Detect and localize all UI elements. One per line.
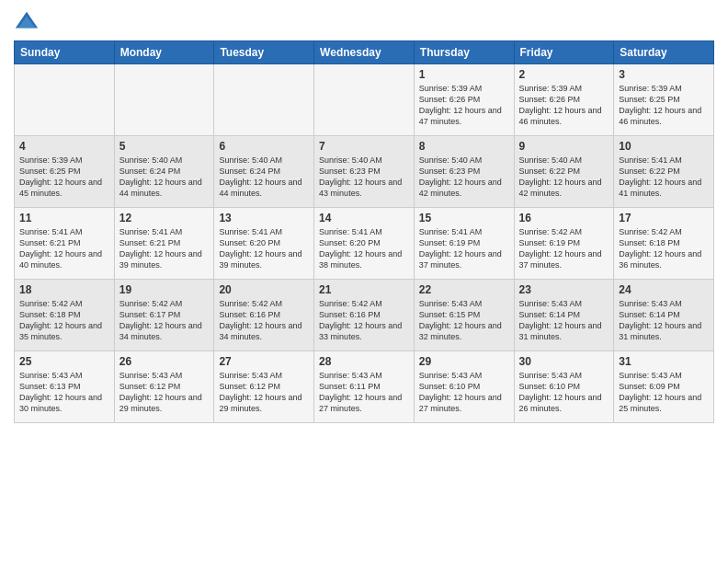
day-content: Sunrise: 5:42 AM Sunset: 6:16 PM Dayligh… bbox=[319, 298, 409, 343]
day-number: 7 bbox=[319, 140, 409, 153]
header-row: SundayMondayTuesdayWednesdayThursdayFrid… bbox=[15, 41, 714, 64]
calendar-body: 1Sunrise: 5:39 AM Sunset: 6:26 PM Daylig… bbox=[15, 64, 714, 423]
day-number: 25 bbox=[19, 355, 109, 368]
day-number: 28 bbox=[319, 355, 409, 368]
day-cell: 13Sunrise: 5:41 AM Sunset: 6:20 PM Dayli… bbox=[214, 208, 314, 280]
day-content: Sunrise: 5:39 AM Sunset: 6:25 PM Dayligh… bbox=[19, 155, 109, 200]
day-cell: 10Sunrise: 5:41 AM Sunset: 6:22 PM Dayli… bbox=[614, 136, 714, 208]
week-row-3: 11Sunrise: 5:41 AM Sunset: 6:21 PM Dayli… bbox=[15, 208, 714, 280]
day-content: Sunrise: 5:43 AM Sunset: 6:10 PM Dayligh… bbox=[419, 370, 509, 415]
day-number: 22 bbox=[419, 283, 509, 296]
week-row-4: 18Sunrise: 5:42 AM Sunset: 6:18 PM Dayli… bbox=[15, 280, 714, 351]
day-cell: 29Sunrise: 5:43 AM Sunset: 6:10 PM Dayli… bbox=[414, 351, 514, 423]
day-content: Sunrise: 5:43 AM Sunset: 6:09 PM Dayligh… bbox=[619, 370, 709, 415]
day-cell: 15Sunrise: 5:41 AM Sunset: 6:19 PM Dayli… bbox=[414, 208, 514, 280]
day-cell: 26Sunrise: 5:43 AM Sunset: 6:12 PM Dayli… bbox=[114, 351, 214, 423]
day-number: 11 bbox=[19, 212, 109, 224]
day-number: 1 bbox=[419, 68, 509, 81]
day-content: Sunrise: 5:41 AM Sunset: 6:22 PM Dayligh… bbox=[619, 155, 709, 200]
header-cell-thursday: Thursday bbox=[414, 41, 514, 64]
day-cell: 19Sunrise: 5:42 AM Sunset: 6:17 PM Dayli… bbox=[114, 280, 214, 351]
header-cell-friday: Friday bbox=[514, 41, 614, 64]
day-number: 5 bbox=[119, 140, 210, 153]
day-cell: 16Sunrise: 5:42 AM Sunset: 6:19 PM Dayli… bbox=[514, 208, 614, 280]
day-content: Sunrise: 5:41 AM Sunset: 6:21 PM Dayligh… bbox=[119, 226, 210, 271]
day-cell: 1Sunrise: 5:39 AM Sunset: 6:26 PM Daylig… bbox=[414, 64, 514, 136]
day-content: Sunrise: 5:43 AM Sunset: 6:12 PM Dayligh… bbox=[219, 370, 309, 415]
day-number: 10 bbox=[619, 140, 709, 153]
day-content: Sunrise: 5:43 AM Sunset: 6:14 PM Dayligh… bbox=[619, 298, 709, 343]
day-number: 29 bbox=[419, 355, 509, 368]
day-number: 14 bbox=[319, 212, 409, 224]
calendar-container: SundayMondayTuesdayWednesdayThursdayFrid… bbox=[0, 0, 728, 563]
day-content: Sunrise: 5:42 AM Sunset: 6:18 PM Dayligh… bbox=[619, 226, 709, 271]
day-number: 3 bbox=[619, 68, 709, 81]
day-content: Sunrise: 5:42 AM Sunset: 6:17 PM Dayligh… bbox=[119, 298, 210, 343]
day-cell: 4Sunrise: 5:39 AM Sunset: 6:25 PM Daylig… bbox=[15, 136, 115, 208]
day-content: Sunrise: 5:43 AM Sunset: 6:12 PM Dayligh… bbox=[119, 370, 210, 415]
day-number: 9 bbox=[519, 140, 609, 153]
day-content: Sunrise: 5:42 AM Sunset: 6:19 PM Dayligh… bbox=[519, 226, 609, 271]
day-cell: 27Sunrise: 5:43 AM Sunset: 6:12 PM Dayli… bbox=[214, 351, 314, 423]
day-number: 2 bbox=[519, 68, 609, 81]
day-number: 21 bbox=[319, 283, 409, 296]
day-content: Sunrise: 5:43 AM Sunset: 6:15 PM Dayligh… bbox=[419, 298, 509, 343]
day-cell: 28Sunrise: 5:43 AM Sunset: 6:11 PM Dayli… bbox=[314, 351, 415, 423]
day-cell: 8Sunrise: 5:40 AM Sunset: 6:23 PM Daylig… bbox=[414, 136, 514, 208]
week-row-1: 1Sunrise: 5:39 AM Sunset: 6:26 PM Daylig… bbox=[15, 64, 714, 136]
day-number: 26 bbox=[119, 355, 210, 368]
day-cell: 14Sunrise: 5:41 AM Sunset: 6:20 PM Dayli… bbox=[314, 208, 415, 280]
header-cell-sunday: Sunday bbox=[15, 41, 115, 64]
day-cell bbox=[114, 64, 214, 136]
day-cell bbox=[15, 64, 115, 136]
day-cell: 20Sunrise: 5:42 AM Sunset: 6:16 PM Dayli… bbox=[214, 280, 314, 351]
day-cell: 23Sunrise: 5:43 AM Sunset: 6:14 PM Dayli… bbox=[514, 280, 614, 351]
day-content: Sunrise: 5:40 AM Sunset: 6:24 PM Dayligh… bbox=[219, 155, 309, 200]
day-content: Sunrise: 5:41 AM Sunset: 6:21 PM Dayligh… bbox=[19, 226, 109, 271]
day-number: 24 bbox=[619, 283, 709, 296]
day-number: 16 bbox=[519, 212, 609, 224]
logo bbox=[14, 9, 43, 35]
day-cell: 5Sunrise: 5:40 AM Sunset: 6:24 PM Daylig… bbox=[114, 136, 214, 208]
day-cell: 7Sunrise: 5:40 AM Sunset: 6:23 PM Daylig… bbox=[314, 136, 415, 208]
day-cell: 9Sunrise: 5:40 AM Sunset: 6:22 PM Daylig… bbox=[514, 136, 614, 208]
day-number: 12 bbox=[119, 212, 210, 224]
day-cell: 18Sunrise: 5:42 AM Sunset: 6:18 PM Dayli… bbox=[15, 280, 115, 351]
day-cell: 22Sunrise: 5:43 AM Sunset: 6:15 PM Dayli… bbox=[414, 280, 514, 351]
day-content: Sunrise: 5:42 AM Sunset: 6:16 PM Dayligh… bbox=[219, 298, 309, 343]
day-content: Sunrise: 5:43 AM Sunset: 6:10 PM Dayligh… bbox=[519, 370, 609, 415]
day-cell: 17Sunrise: 5:42 AM Sunset: 6:18 PM Dayli… bbox=[614, 208, 714, 280]
header-cell-tuesday: Tuesday bbox=[214, 41, 314, 64]
header-cell-monday: Monday bbox=[114, 41, 214, 64]
day-number: 31 bbox=[619, 355, 709, 368]
day-number: 13 bbox=[219, 212, 309, 224]
day-number: 27 bbox=[219, 355, 309, 368]
header-cell-saturday: Saturday bbox=[614, 41, 714, 64]
day-cell: 11Sunrise: 5:41 AM Sunset: 6:21 PM Dayli… bbox=[15, 208, 115, 280]
day-cell: 12Sunrise: 5:41 AM Sunset: 6:21 PM Dayli… bbox=[114, 208, 214, 280]
day-number: 18 bbox=[19, 283, 109, 296]
day-number: 8 bbox=[419, 140, 509, 153]
day-content: Sunrise: 5:43 AM Sunset: 6:14 PM Dayligh… bbox=[519, 298, 609, 343]
day-cell: 30Sunrise: 5:43 AM Sunset: 6:10 PM Dayli… bbox=[514, 351, 614, 423]
logo-icon bbox=[14, 9, 40, 35]
day-cell: 25Sunrise: 5:43 AM Sunset: 6:13 PM Dayli… bbox=[15, 351, 115, 423]
day-content: Sunrise: 5:40 AM Sunset: 6:23 PM Dayligh… bbox=[419, 155, 509, 200]
day-content: Sunrise: 5:42 AM Sunset: 6:18 PM Dayligh… bbox=[19, 298, 109, 343]
day-cell: 21Sunrise: 5:42 AM Sunset: 6:16 PM Dayli… bbox=[314, 280, 415, 351]
day-content: Sunrise: 5:41 AM Sunset: 6:20 PM Dayligh… bbox=[219, 226, 309, 271]
header-cell-wednesday: Wednesday bbox=[314, 41, 415, 64]
day-content: Sunrise: 5:39 AM Sunset: 6:25 PM Dayligh… bbox=[619, 83, 709, 128]
day-number: 20 bbox=[219, 283, 309, 296]
day-number: 30 bbox=[519, 355, 609, 368]
day-number: 4 bbox=[19, 140, 109, 153]
day-content: Sunrise: 5:41 AM Sunset: 6:19 PM Dayligh… bbox=[419, 226, 509, 271]
calendar-table: SundayMondayTuesdayWednesdayThursdayFrid… bbox=[14, 40, 714, 423]
day-content: Sunrise: 5:40 AM Sunset: 6:23 PM Dayligh… bbox=[319, 155, 409, 200]
day-content: Sunrise: 5:39 AM Sunset: 6:26 PM Dayligh… bbox=[419, 83, 509, 128]
day-content: Sunrise: 5:43 AM Sunset: 6:13 PM Dayligh… bbox=[19, 370, 109, 415]
day-cell bbox=[314, 64, 415, 136]
day-number: 6 bbox=[219, 140, 309, 153]
day-content: Sunrise: 5:43 AM Sunset: 6:11 PM Dayligh… bbox=[319, 370, 409, 415]
week-row-5: 25Sunrise: 5:43 AM Sunset: 6:13 PM Dayli… bbox=[15, 351, 714, 423]
